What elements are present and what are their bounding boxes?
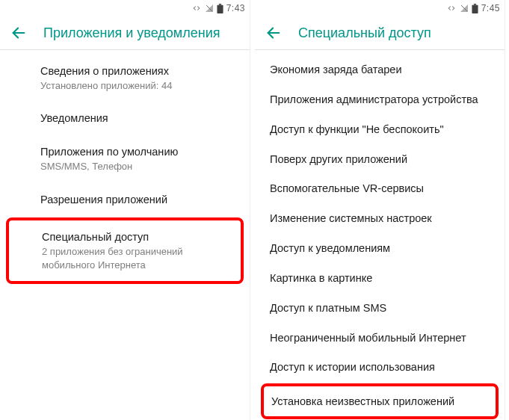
settings-row[interactable]: Изменение системных настроек xyxy=(255,203,505,233)
back-button[interactable] xyxy=(10,25,27,41)
status-time: 7:45 xyxy=(481,3,500,13)
page-title: Специальный доступ xyxy=(298,25,431,41)
code-icon xyxy=(191,4,202,12)
phone-left: 7:43 Приложения и уведомления Сведения о… xyxy=(0,0,250,420)
settings-row[interactable]: Разрешения приложений xyxy=(0,183,250,217)
row-title: Приложения по умолчанию xyxy=(40,145,238,159)
row-title: Неограниченный мобильный Интернет xyxy=(270,331,493,345)
row-subtitle: Установлено приложений: 44 xyxy=(40,79,238,93)
settings-row[interactable]: Сведения о приложенияхУстановлено прилож… xyxy=(0,55,250,102)
settings-row[interactable]: Приложения по умолчаниюSMS/MMS, Телефон xyxy=(0,135,250,182)
row-title: Экономия заряда батареи xyxy=(270,63,493,77)
settings-row[interactable]: Установка неизвестных приложений xyxy=(261,383,499,419)
row-title: Специальный доступ xyxy=(42,230,233,244)
row-title: Поверх других приложений xyxy=(270,152,493,167)
phone-right: 7:45 Специальный доступ Экономия заряда … xyxy=(255,0,505,420)
svg-rect-5 xyxy=(472,4,478,13)
row-title: Разрешения приложений xyxy=(40,193,238,207)
header: Приложения и уведомления xyxy=(0,16,250,49)
settings-row[interactable]: Доступ к уведомлениям xyxy=(255,233,505,263)
row-title: Картинка в картинке xyxy=(270,271,493,285)
settings-row[interactable]: Неограниченный мобильный Интернет xyxy=(255,323,505,353)
status-time: 7:43 xyxy=(226,3,245,13)
svg-rect-6 xyxy=(474,4,476,5)
settings-row[interactable]: Приложения администратора устройства xyxy=(255,84,505,114)
statusbar: 7:45 xyxy=(255,0,505,16)
settings-row[interactable]: Вспомогательные VR-сервисы xyxy=(255,173,505,203)
row-title: Вспомогательные VR-сервисы xyxy=(270,182,493,196)
settings-row[interactable]: Экономия заряда батареи xyxy=(255,55,505,84)
settings-row[interactable]: Доступ к истории использования xyxy=(255,352,505,382)
signal-icon xyxy=(460,4,469,13)
row-subtitle: 2 приложения без ограничений мобильного … xyxy=(42,245,233,271)
row-subtitle: SMS/MMS, Телефон xyxy=(40,160,238,173)
code-icon xyxy=(446,4,457,12)
battery-icon xyxy=(472,4,478,13)
settings-list: Сведения о приложенияхУстановлено прилож… xyxy=(0,50,250,420)
page-title: Приложения и уведомления xyxy=(43,25,220,41)
battery-icon xyxy=(217,4,223,13)
settings-list: Экономия заряда батареиПриложения админи… xyxy=(255,50,505,420)
settings-row[interactable]: Картинка в картинке xyxy=(255,263,505,293)
row-title: Доступ к уведомлениям xyxy=(270,241,493,256)
row-title: Уведомления xyxy=(40,111,238,126)
settings-row[interactable]: Специальный доступ2 приложения без огран… xyxy=(6,217,244,284)
back-button[interactable] xyxy=(265,25,282,41)
settings-row[interactable]: Уведомления xyxy=(0,102,250,135)
statusbar: 7:43 xyxy=(0,0,250,16)
header: Специальный доступ xyxy=(255,16,505,49)
row-title: Доступ к истории использования xyxy=(270,360,493,374)
row-title: Сведения о приложениях xyxy=(40,64,238,78)
row-title: Установка неизвестных приложений xyxy=(271,395,488,409)
settings-row[interactable]: Доступ к функции "Не беспокоить" xyxy=(255,114,505,144)
row-title: Доступ к платным SMS xyxy=(270,301,493,315)
settings-row[interactable]: Поверх других приложений xyxy=(255,144,505,174)
settings-row[interactable]: Доступ к платным SMS xyxy=(255,293,505,323)
svg-rect-2 xyxy=(219,4,221,5)
svg-rect-1 xyxy=(217,4,223,13)
signal-icon xyxy=(205,4,214,13)
row-title: Приложения администратора устройства xyxy=(270,93,493,107)
row-title: Доступ к функции "Не беспокоить" xyxy=(270,123,493,137)
row-title: Изменение системных настроек xyxy=(270,211,493,226)
